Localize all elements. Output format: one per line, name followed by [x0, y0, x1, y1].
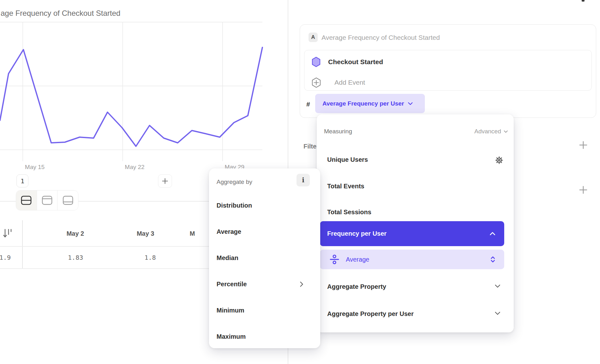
metric-title[interactable]: Average Frequency of Checkout Started	[321, 34, 440, 41]
chevron-right-icon	[300, 281, 303, 287]
add-event-icon[interactable]	[311, 77, 321, 88]
measuring-dropdown-panel: Measuring Advanced Unique Users Total	[317, 114, 514, 332]
sort-icon[interactable]	[3, 228, 13, 240]
menu-subitem-average[interactable]: Average	[320, 250, 504, 269]
menu-item-median[interactable]: Median	[217, 254, 238, 262]
line-chart	[0, 0, 272, 177]
table-cell-value: 1.8	[91, 254, 156, 261]
menu-item-percentile[interactable]: Percentile	[217, 281, 247, 288]
add-event-label[interactable]: Add Event	[334, 79, 365, 86]
metrics-section-title: Metrics	[302, 0, 331, 2]
advanced-toggle[interactable]: Advanced	[474, 128, 508, 135]
split-horizontal-icon	[21, 195, 32, 205]
clipped-plus-icon-fragment[interactable]	[582, 0, 585, 2]
average-divide-icon	[329, 254, 340, 265]
event-hexagon-icon	[311, 57, 321, 67]
plus-icon	[579, 141, 588, 149]
chevron-down-icon	[504, 130, 508, 133]
add-annotation-button[interactable]	[158, 174, 172, 188]
x-axis-label: May 22	[120, 164, 149, 171]
plus-icon	[579, 185, 588, 194]
add-breakdown-button[interactable]	[579, 185, 588, 195]
measuring-header: Measuring	[324, 128, 352, 135]
menu-item-frequency-per-user-selected[interactable]: Frequency per User	[320, 221, 504, 246]
insights-app: age Frequency of Checkout Started May 15…	[0, 0, 600, 364]
chart-line	[0, 47, 262, 146]
layout-toggle-group	[16, 190, 78, 210]
advanced-label: Advanced	[474, 128, 501, 135]
menu-item-maximum[interactable]: Maximum	[217, 333, 246, 340]
menu-item-minimum[interactable]: Minimum	[217, 307, 244, 314]
plus-icon	[162, 178, 168, 185]
chevron-down-icon[interactable]	[495, 312, 500, 315]
bottom-bar-icon	[62, 195, 74, 205]
info-icon[interactable]: i	[297, 174, 310, 186]
table-cell-value: 1.9	[0, 254, 11, 261]
chevron-up-down-icon	[490, 256, 495, 263]
layout-split-horizontal-button[interactable]	[16, 191, 37, 210]
aggregate-by-header: Aggregate by	[217, 179, 252, 185]
x-axis-label: May 15	[21, 164, 49, 171]
table-column-divider	[22, 220, 23, 269]
menu-item-total-sessions[interactable]: Total Sessions	[327, 209, 371, 216]
chevron-down-icon[interactable]	[495, 284, 500, 288]
measurement-hash-symbol: #	[306, 100, 310, 108]
bucket-size-input[interactable]: 1	[16, 174, 28, 187]
menu-item-distribution[interactable]: Distribution	[217, 202, 252, 209]
aggregate-by-dropdown-panel: Aggregate by i Distribution Average Medi…	[209, 168, 320, 348]
event-name[interactable]: Checkout Started	[328, 58, 383, 66]
subitem-label: Average	[346, 256, 369, 263]
menu-item-unique-users[interactable]: Unique Users	[327, 156, 368, 163]
gear-icon[interactable]	[494, 155, 504, 165]
selected-item-label: Frequency per User	[327, 230, 387, 237]
menu-item-aggregate-property[interactable]: Aggregate Property	[327, 283, 386, 290]
layout-top-bar-button[interactable]	[37, 191, 58, 210]
add-filter-button[interactable]	[579, 140, 588, 150]
top-bar-icon	[41, 195, 53, 205]
layout-bottom-bar-button[interactable]	[57, 191, 78, 210]
table-header-may2[interactable]: May 2	[21, 230, 84, 237]
menu-item-aggregate-property-per-user[interactable]: Aggregate Property per User	[327, 310, 413, 318]
table-cell-value: 1.83	[21, 254, 83, 261]
menu-item-average[interactable]: Average	[217, 228, 241, 235]
chevron-down-icon	[408, 102, 413, 105]
table-header-may3[interactable]: May 3	[91, 230, 154, 237]
measurement-dropdown-button[interactable]: Average Frequency per User	[315, 94, 425, 113]
measurement-dropdown-label: Average Frequency per User	[322, 100, 404, 107]
metric-letter-badge: A	[309, 33, 318, 42]
chevron-up-icon	[490, 232, 495, 235]
menu-item-total-events[interactable]: Total Events	[327, 183, 364, 190]
